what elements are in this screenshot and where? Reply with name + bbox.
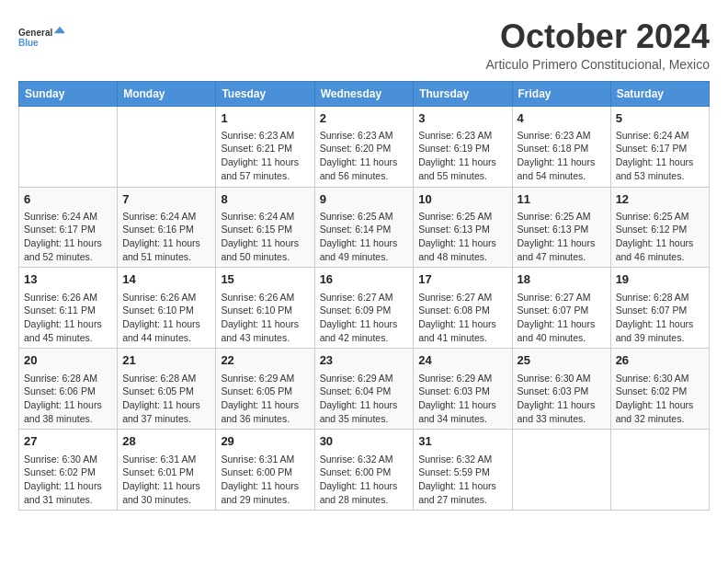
day-number: 4 — [518, 110, 606, 127]
day-cell: 12Sunrise: 6:25 AMSunset: 6:12 PMDayligh… — [610, 187, 709, 268]
calendar-header-row: SundayMondayTuesdayWednesdayThursdayFrid… — [19, 81, 710, 106]
column-header-sunday: Sunday — [19, 81, 118, 106]
day-cell — [118, 106, 216, 187]
day-info-line: Daylight: 11 hours and 35 minutes. — [320, 398, 409, 425]
day-info-line: Sunset: 6:04 PM — [320, 385, 409, 398]
day-info-line: Sunrise: 6:25 AM — [518, 210, 606, 224]
day-cell: 24Sunrise: 6:29 AMSunset: 6:03 PMDayligh… — [414, 349, 512, 430]
day-cell: 4Sunrise: 6:23 AMSunset: 6:18 PMDaylight… — [512, 106, 610, 187]
day-info-line: Sunrise: 6:27 AM — [320, 291, 409, 304]
day-info-line: Sunrise: 6:32 AM — [320, 453, 409, 466]
day-info-line: Daylight: 11 hours and 34 minutes. — [418, 398, 506, 425]
day-cell: 9Sunrise: 6:25 AMSunset: 6:14 PMDaylight… — [314, 187, 414, 268]
day-number: 17 — [418, 271, 506, 288]
day-info-line: Sunset: 6:11 PM — [24, 304, 112, 317]
day-number: 8 — [221, 191, 309, 208]
day-info-line: Sunset: 6:05 PM — [221, 385, 309, 398]
day-info-line: Sunrise: 6:32 AM — [418, 453, 506, 466]
day-cell — [512, 430, 610, 511]
day-number: 14 — [122, 271, 210, 288]
day-number: 1 — [221, 110, 309, 127]
day-info-line: Daylight: 11 hours and 30 minutes. — [122, 479, 210, 506]
day-info-line: Sunset: 6:07 PM — [616, 304, 704, 317]
day-info-line: Sunrise: 6:25 AM — [320, 210, 409, 224]
column-header-friday: Friday — [512, 81, 610, 106]
day-info-line: Sunset: 6:01 PM — [122, 465, 210, 479]
day-info-line: Daylight: 11 hours and 41 minutes. — [418, 317, 506, 344]
day-number: 19 — [616, 271, 704, 288]
day-info-line: Daylight: 11 hours and 47 minutes. — [518, 236, 606, 263]
day-info-line: Sunrise: 6:30 AM — [24, 453, 112, 466]
week-row-5: 27Sunrise: 6:30 AMSunset: 6:02 PMDayligh… — [19, 430, 710, 511]
day-info-line: Daylight: 11 hours and 46 minutes. — [616, 236, 704, 263]
day-info-line: Daylight: 11 hours and 50 minutes. — [221, 236, 309, 263]
day-info-line: Daylight: 11 hours and 38 minutes. — [24, 398, 112, 425]
day-info-line: Daylight: 11 hours and 48 minutes. — [418, 236, 506, 263]
day-cell: 19Sunrise: 6:28 AMSunset: 6:07 PMDayligh… — [610, 268, 709, 349]
day-number: 6 — [24, 191, 112, 208]
day-info-line: Daylight: 11 hours and 45 minutes. — [24, 317, 112, 344]
day-number: 11 — [518, 191, 606, 208]
day-info-line: Sunset: 6:06 PM — [24, 385, 112, 398]
day-info-line: Sunset: 6:10 PM — [221, 304, 309, 317]
day-number: 24 — [418, 352, 506, 369]
day-info-line: Sunrise: 6:24 AM — [24, 210, 112, 224]
day-info-line: Daylight: 11 hours and 37 minutes. — [122, 398, 210, 425]
day-info-line: Sunset: 6:03 PM — [518, 385, 606, 398]
day-number: 12 — [616, 191, 704, 208]
day-cell: 18Sunrise: 6:27 AMSunset: 6:07 PMDayligh… — [512, 268, 610, 349]
day-info-line: Sunrise: 6:28 AM — [122, 372, 210, 385]
day-info-line: Daylight: 11 hours and 27 minutes. — [418, 479, 506, 506]
column-header-thursday: Thursday — [414, 81, 512, 106]
day-info-line: Daylight: 11 hours and 49 minutes. — [320, 236, 409, 263]
day-info-line: Daylight: 11 hours and 51 minutes. — [122, 236, 210, 263]
day-number: 25 — [518, 352, 606, 369]
column-header-tuesday: Tuesday — [216, 81, 314, 106]
day-info-line: Sunrise: 6:23 AM — [418, 129, 506, 143]
day-number: 29 — [221, 433, 309, 450]
day-number: 16 — [320, 271, 409, 288]
day-info-line: Sunrise: 6:31 AM — [122, 453, 210, 466]
day-info-line: Sunrise: 6:29 AM — [320, 372, 409, 385]
day-number: 18 — [518, 271, 606, 288]
day-info-line: Sunset: 6:12 PM — [616, 223, 704, 236]
day-number: 3 — [418, 110, 506, 127]
day-info-line: Daylight: 11 hours and 33 minutes. — [518, 398, 606, 425]
day-number: 13 — [24, 271, 112, 288]
day-info-line: Sunset: 6:19 PM — [418, 142, 506, 155]
day-number: 10 — [418, 191, 506, 208]
day-cell: 17Sunrise: 6:27 AMSunset: 6:08 PMDayligh… — [414, 268, 512, 349]
day-info-line: Sunset: 6:00 PM — [320, 465, 409, 479]
day-number: 23 — [320, 352, 409, 369]
day-info-line: Daylight: 11 hours and 56 minutes. — [320, 155, 409, 182]
day-cell: 23Sunrise: 6:29 AMSunset: 6:04 PMDayligh… — [314, 349, 414, 430]
day-cell: 5Sunrise: 6:24 AMSunset: 6:17 PMDaylight… — [610, 106, 709, 187]
day-cell: 31Sunrise: 6:32 AMSunset: 5:59 PMDayligh… — [414, 430, 512, 511]
page-header: General Blue October 2024 Articulo Prime… — [18, 18, 710, 72]
day-cell: 21Sunrise: 6:28 AMSunset: 6:05 PMDayligh… — [118, 349, 216, 430]
column-header-saturday: Saturday — [610, 81, 709, 106]
day-info-line: Sunrise: 6:24 AM — [122, 210, 210, 224]
day-info-line: Sunset: 6:16 PM — [122, 223, 210, 236]
day-cell: 3Sunrise: 6:23 AMSunset: 6:19 PMDaylight… — [414, 106, 512, 187]
day-info-line: Sunrise: 6:26 AM — [24, 291, 112, 304]
day-info-line: Sunset: 6:08 PM — [418, 304, 506, 317]
day-info-line: Sunrise: 6:30 AM — [616, 372, 704, 385]
day-cell: 16Sunrise: 6:27 AMSunset: 6:09 PMDayligh… — [314, 268, 414, 349]
day-info-line: Sunrise: 6:23 AM — [221, 129, 309, 143]
day-info-line: Daylight: 11 hours and 52 minutes. — [24, 236, 112, 263]
day-info-line: Sunrise: 6:31 AM — [221, 453, 309, 466]
week-row-2: 6Sunrise: 6:24 AMSunset: 6:17 PMDaylight… — [19, 187, 710, 268]
day-info-line: Sunset: 6:10 PM — [122, 304, 210, 317]
day-info-line: Sunset: 6:21 PM — [221, 142, 309, 155]
title-block: October 2024 Articulo Primero Constituci… — [485, 18, 710, 72]
day-info-line: Sunset: 6:13 PM — [518, 223, 606, 236]
calendar-table: SundayMondayTuesdayWednesdayThursdayFrid… — [18, 81, 710, 511]
day-cell: 8Sunrise: 6:24 AMSunset: 6:15 PMDaylight… — [216, 187, 314, 268]
day-cell — [610, 430, 709, 511]
day-number: 9 — [320, 191, 409, 208]
day-info-line: Sunrise: 6:24 AM — [616, 129, 704, 143]
day-info-line: Sunset: 6:00 PM — [221, 465, 309, 479]
day-cell: 7Sunrise: 6:24 AMSunset: 6:16 PMDaylight… — [118, 187, 216, 268]
day-info-line: Daylight: 11 hours and 57 minutes. — [221, 155, 309, 182]
